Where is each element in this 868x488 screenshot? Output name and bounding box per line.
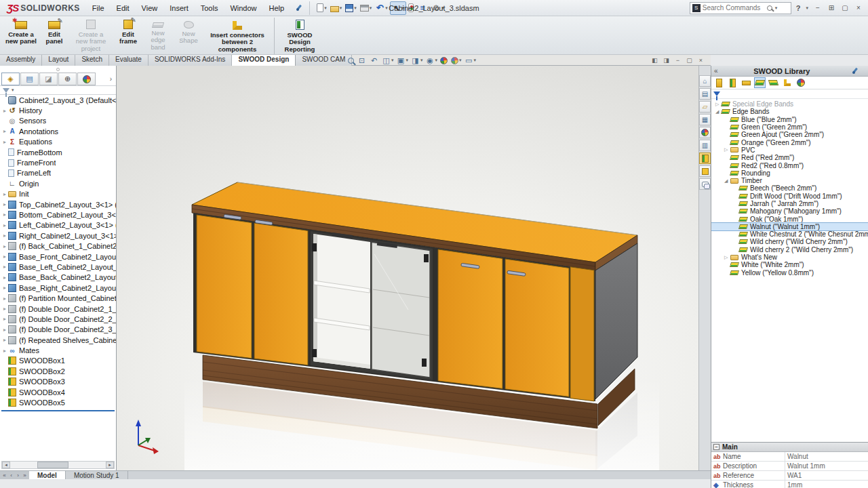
library-tree-item[interactable]: Jarrah (" Jarrah 2mm"): [711, 200, 868, 207]
library-tree-item[interactable]: ◢ Edge Bands: [711, 108, 868, 115]
task-pane-tab[interactable]: [699, 75, 711, 87]
ribbon-button[interactable]: Edit panel: [40, 18, 68, 54]
expand-arrow-icon[interactable]: ▸: [1, 128, 8, 134]
library-tree-item[interactable]: Green Ajout ("Green 2mm"): [711, 131, 868, 138]
pin-toolbar-icon[interactable]: [296, 5, 302, 11]
tree-item[interactable]: SWOODBox5: [0, 397, 116, 407]
property-value[interactable]: Walnut 1mm: [785, 462, 868, 470]
expand-arrow-icon[interactable]: ▸: [1, 348, 8, 354]
library-tool-button[interactable]: [741, 77, 752, 88]
ribbon-tab[interactable]: SOLIDWORKS Add-Ins: [149, 55, 232, 66]
ribbon-tab[interactable]: SWOOD Design: [232, 55, 296, 66]
task-pane-tab[interactable]: [699, 127, 711, 138]
ribbon-tab[interactable]: Assembly: [0, 55, 42, 66]
menu-item[interactable]: Help: [264, 2, 290, 14]
view-tool-button[interactable]: ▾: [381, 56, 395, 65]
viewport-window-button[interactable]: ◨: [660, 55, 672, 65]
expand-arrow-icon[interactable]: ▸: [1, 285, 8, 291]
menu-item[interactable]: Insert: [164, 2, 194, 14]
library-tree-item[interactable]: Wild cherry 2 ("Wild Cherry 2mm"): [711, 246, 868, 253]
viewport-window-button[interactable]: −: [672, 55, 684, 65]
tree-horizontal-scrollbar[interactable]: ◂ ▸: [1, 461, 115, 469]
toolbar-button[interactable]: ▾: [374, 2, 389, 14]
ribbon-tab[interactable]: SWOOD CAM: [296, 55, 352, 66]
expand-arrow-icon[interactable]: ▷: [724, 255, 730, 260]
tree-item[interactable]: ▸ Bottom_Cabinet2_Layout_3<1> (Defa: [0, 209, 116, 220]
ribbon-tab[interactable]: Evaluate: [109, 55, 149, 66]
tree-item[interactable]: ▸ (f) Double Door_Cabinet2_3_Cabinet2_: [0, 325, 116, 335]
window-control-button[interactable]: ▢: [838, 3, 852, 14]
toolbar-button[interactable]: ▾: [430, 2, 446, 14]
caret-icon[interactable]: ▾: [324, 5, 327, 11]
expand-arrow-icon[interactable]: ▸: [1, 306, 8, 312]
ribbon-button[interactable]: SWOOD Design Reporting: [274, 18, 321, 54]
expand-arrow-icon[interactable]: ▸: [1, 274, 8, 281]
ribbon-button[interactable]: Create a new frame project: [70, 18, 112, 54]
menu-item[interactable]: Edit: [111, 2, 135, 14]
library-tree-item[interactable]: Wild cherry ("Wild Cherry 2mm"): [711, 238, 868, 245]
expand-arrow-icon[interactable]: ▸: [1, 139, 8, 145]
expand-arrow-icon[interactable]: ▸: [1, 337, 8, 343]
window-control-button[interactable]: −: [811, 3, 825, 14]
viewport-window-button[interactable]: ▢: [684, 55, 695, 65]
expand-arrow-icon[interactable]: ▸: [1, 253, 8, 260]
task-pane-tab[interactable]: [699, 152, 711, 164]
task-pane-tab[interactable]: [699, 101, 711, 113]
tree-root-item[interactable]: Cabinet2_Layout_3 (Default<Default_Displ: [0, 95, 116, 105]
expand-arrow-icon[interactable]: ▸: [1, 201, 8, 207]
tree-item[interactable]: SWOODBox2: [0, 366, 116, 376]
library-tool-button[interactable]: [754, 77, 766, 88]
task-pane-tab[interactable]: [699, 88, 711, 100]
library-tree-item[interactable]: Drift Wood ("Drift Wood 1mm"): [711, 192, 868, 200]
panel-expand-chevron-icon[interactable]: ›: [107, 75, 115, 83]
library-tree-item[interactable]: Oak ("Oak 1mm"): [711, 215, 868, 222]
search-input[interactable]: [703, 4, 765, 12]
view-tool-button[interactable]: ▾: [450, 57, 462, 64]
window-control-button[interactable]: ×: [852, 3, 865, 14]
tree-item[interactable]: ▸ Base_Back_Cabinet2_Layout_3<1> (De: [0, 272, 116, 283]
ribbon-tab[interactable]: Sketch: [75, 55, 109, 66]
caret-icon[interactable]: ▾: [441, 5, 444, 11]
study-nav-icon[interactable]: «: [1, 472, 7, 479]
library-tree-item[interactable]: Yellow ("Yellow 0.8mm"): [711, 269, 868, 277]
task-pane-tab[interactable]: [699, 165, 711, 177]
tree-item[interactable]: ▸ Right_Cabinet2_Layout_3<1> (Default: [0, 230, 116, 241]
library-tree-item[interactable]: Green ("Green 2mm"): [711, 123, 868, 131]
menu-item[interactable]: Tools: [195, 2, 224, 14]
tree-item[interactable]: ▸ (f) Double Door_Cabinet2_2_Cabinet2_: [0, 314, 116, 324]
filter-caret-icon[interactable]: ▾: [12, 87, 14, 93]
expand-arrow-icon[interactable]: ▸: [1, 316, 8, 322]
view-tool-button[interactable]: [357, 56, 368, 65]
manager-tab[interactable]: [58, 73, 77, 85]
help-button[interactable]: ?: [794, 4, 803, 12]
tree-item[interactable]: ▸ (f) Double Door_Cabinet2_1_Cabinet2_: [0, 304, 116, 314]
tree-item[interactable]: ▸ Base_Right_Cabinet2_Layout_3<1> (D: [0, 283, 116, 293]
library-tree-item[interactable]: ▷ PVC: [711, 146, 868, 154]
caret-icon[interactable]: ▾: [402, 5, 405, 11]
study-nav-icon[interactable]: ‹: [8, 472, 14, 479]
document-tab[interactable]: Motion Study 1: [66, 471, 128, 479]
expand-arrow-icon[interactable]: ▸: [1, 191, 8, 197]
tree-item[interactable]: FrameLeft: [0, 168, 116, 178]
library-tool-button[interactable]: [768, 77, 779, 88]
caret-icon[interactable]: ▾: [340, 5, 342, 11]
search-box[interactable]: S ▾: [690, 2, 791, 14]
caret-icon[interactable]: ▾: [354, 5, 357, 11]
library-tree-item[interactable]: Walnut ("Walnut 1mm"): [711, 223, 868, 230]
task-pane-tab[interactable]: [699, 114, 711, 125]
menu-item[interactable]: View: [136, 2, 163, 14]
ribbon-button[interactable]: New edge band: [144, 18, 172, 54]
tree-item[interactable]: SWOODBox1: [0, 356, 116, 366]
task-pane-tab[interactable]: [699, 178, 711, 190]
task-pane-tab[interactable]: [699, 140, 711, 151]
toolbar-button[interactable]: ▾: [329, 3, 344, 14]
toolbar-button[interactable]: ▾: [359, 3, 374, 13]
tree-item[interactable]: Origin: [0, 178, 116, 188]
property-row[interactable]: Description Walnut 1mm: [711, 462, 868, 471]
study-nav-icon[interactable]: ›: [15, 472, 21, 479]
property-value[interactable]: WA1: [785, 471, 868, 480]
property-row[interactable]: Thickness 1mm: [711, 481, 868, 488]
expand-arrow-icon[interactable]: ▸: [1, 243, 8, 249]
library-filter-funnel-icon[interactable]: [713, 92, 720, 96]
library-tool-button[interactable]: [713, 77, 725, 88]
